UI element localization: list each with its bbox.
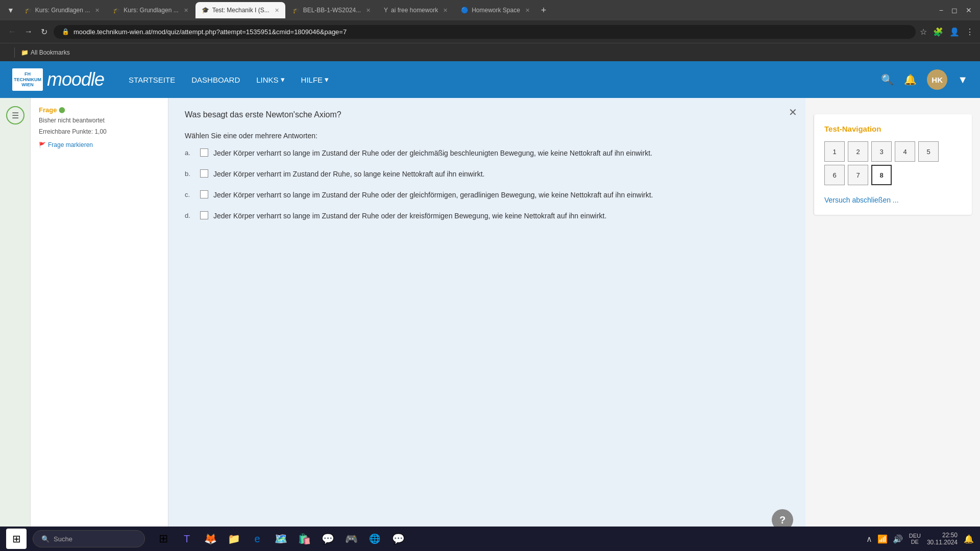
close-button[interactable]: ✕: [789, 106, 797, 118]
browser-tab-tab4[interactable]: 🎓BEL-BB-1-WS2024...✕: [286, 2, 377, 18]
bookmark-star-icon[interactable]: ☆: [920, 27, 927, 37]
search-icon[interactable]: 🔍: [881, 73, 894, 86]
browser-tab-tab3[interactable]: 🎓Test: Mechanik I (S...✕: [195, 2, 285, 18]
back-button[interactable]: ←: [6, 25, 18, 38]
tab-favicon: 🎓: [292, 7, 300, 14]
finish-attempt-link[interactable]: Versuch abschließen ...: [824, 196, 899, 204]
forward-button[interactable]: →: [22, 25, 35, 38]
answer-prompt: Wählen Sie eine oder mehrere Antworten:: [185, 132, 789, 140]
taskbar-app-files[interactable]: 📁: [224, 529, 244, 549]
all-bookmarks-button[interactable]: 📁 All Bookmarks: [21, 49, 70, 56]
answer-options-list: a. Jeder Körper verharrt so lange im Zus…: [185, 148, 789, 221]
tab-label: Kurs: Grundlagen ...: [124, 7, 178, 14]
tab-close-icon[interactable]: ✕: [184, 7, 188, 14]
user-menu-chevron-icon[interactable]: ▼: [958, 74, 968, 86]
test-nav-button-2[interactable]: 2: [848, 141, 868, 162]
taskbar-up-arrow-icon[interactable]: ∧: [866, 534, 872, 544]
tab-favicon: 🎓: [24, 7, 32, 14]
taskbar-app-maps[interactable]: 🗺️: [271, 529, 291, 549]
mark-question-link[interactable]: 🚩 Frage markieren: [39, 141, 160, 148]
answer-checkbox-4[interactable]: [200, 211, 208, 219]
taskbar-app-store[interactable]: 🛍️: [294, 529, 314, 549]
notification-bell-icon[interactable]: 🔔: [904, 73, 917, 86]
answer-option-2: b. Jeder Körper verharrt im Zustand der …: [185, 169, 789, 180]
test-nav-button-5[interactable]: 5: [918, 141, 939, 162]
restore-button[interactable]: ◻: [951, 6, 958, 14]
taskbar-network-icon[interactable]: 📶: [877, 534, 888, 544]
tab-close-icon[interactable]: ✕: [443, 7, 448, 14]
answer-letter: b.: [185, 170, 195, 178]
nav-chevron-icon: ▾: [325, 75, 329, 84]
bookmarks-divider: [14, 47, 15, 58]
test-nav-button-4[interactable]: 4: [895, 141, 915, 162]
tab-label: BEL-BB-1-WS2024...: [303, 7, 361, 14]
taskbar-search-bar[interactable]: 🔍 Suche: [33, 530, 145, 547]
answer-text: Jeder Körper verharrt so lange im Zustan…: [213, 211, 606, 221]
tab-favicon: 🎓: [113, 7, 120, 14]
taskbar-app-unknown[interactable]: 🎮: [341, 529, 361, 549]
test-nav-button-8[interactable]: 8: [871, 165, 892, 185]
taskbar-app-firefox[interactable]: 🦊: [200, 529, 220, 549]
close-button[interactable]: ✕: [966, 6, 972, 14]
moodle-nav-item-links[interactable]: LINKS ▾: [256, 75, 284, 84]
main-layout: ☰ Frage ⬤ Bisher nicht beantwortet Errei…: [0, 98, 980, 551]
answer-checkbox-2[interactable]: [200, 169, 208, 178]
taskbar-app-discord[interactable]: 💬: [388, 529, 408, 549]
moodle-nav: STARTSEITEDASHBOARDLINKS ▾HILFE ▾: [129, 75, 881, 84]
browser-tab-tab5[interactable]: Yai free homework✕: [378, 2, 454, 18]
address-bar[interactable]: 🔒 moodle.technikum-wien.at/mod/quiz/atte…: [54, 25, 916, 39]
tab-label: Homework Space: [472, 7, 520, 14]
moodle-nav-item-dashboard[interactable]: DASHBOARD: [191, 76, 240, 84]
answer-checkbox-1[interactable]: [200, 148, 208, 157]
window-controls: − ◻ ✕: [939, 6, 976, 14]
browser-tab-tab6[interactable]: 🔵Homework Space✕: [455, 2, 536, 18]
tab-close-icon[interactable]: ✕: [95, 7, 100, 14]
main-area: ✕ Was besagt das erste Newton'sche Axiom…: [168, 98, 980, 551]
answer-option-1: a. Jeder Körper verharrt so lange im Zus…: [185, 148, 789, 159]
moodle-logo: FH TECHNIKUM WIEN moodle: [12, 68, 104, 91]
nav-right-icons: ☆ 🧩 👤 ⋮: [920, 27, 974, 37]
test-nav-button-6[interactable]: 6: [824, 165, 845, 185]
taskbar-app-whatsapp[interactable]: 💬: [317, 529, 338, 549]
minimize-button[interactable]: −: [939, 6, 943, 14]
taskbar-clock[interactable]: 22:50 30.11.2024: [927, 532, 958, 546]
question-label: Frage ⬤: [39, 106, 160, 114]
tab-favicon: 🔵: [461, 7, 469, 14]
test-nav-grid: 12345678: [824, 141, 962, 185]
tab-dropdown[interactable]: ▼: [4, 4, 17, 16]
taskbar-right: ∧ 📶 🔊 DEUDE 22:50 30.11.2024 🔔: [866, 532, 974, 546]
taskbar: ⊞ 🔍 Suche ⊞ T 🦊 📁 e 🗺️ 🛍️ 💬 🎮 🌐 💬 ∧ 📶 🔊 …: [0, 527, 980, 551]
tab-label: ai free homework: [391, 7, 438, 14]
question-unanswered-status: Bisher nicht beantwortet: [39, 117, 160, 124]
profile-icon[interactable]: 👤: [949, 27, 960, 37]
extensions-icon[interactable]: 🧩: [933, 27, 943, 37]
test-nav-button-7[interactable]: 7: [848, 165, 868, 185]
taskbar-volume-icon[interactable]: 🔊: [893, 534, 903, 544]
avatar[interactable]: HK: [927, 69, 947, 90]
tab-close-icon[interactable]: ✕: [366, 7, 371, 14]
nav-bar: ← → ↻ 🔒 moodle.technikum-wien.at/mod/qui…: [0, 20, 980, 43]
tab-close-icon[interactable]: ✕: [525, 7, 530, 14]
fh-logo: FH TECHNIKUM WIEN: [12, 68, 43, 91]
reload-button[interactable]: ↻: [39, 25, 50, 39]
browser-tab-tab2[interactable]: 🎓Kurs: Grundlagen ...✕: [107, 2, 194, 18]
taskbar-app-teams[interactable]: T: [177, 529, 197, 549]
taskbar-notification-icon[interactable]: 🔔: [964, 534, 974, 544]
tab-label: Test: Mechanik I (S...: [212, 7, 270, 14]
new-tab-button[interactable]: +: [537, 5, 551, 16]
tab-close-icon[interactable]: ✕: [275, 7, 279, 14]
test-nav-button-3[interactable]: 3: [871, 141, 892, 162]
menu-icon[interactable]: ⋮: [966, 27, 974, 37]
sidebar-toggle-button[interactable]: ☰: [6, 106, 24, 124]
moodle-nav-item-startseite[interactable]: STARTSEITE: [129, 76, 175, 84]
question-points: Erreichbare Punkte: 1,00: [39, 128, 160, 135]
windows-start-button[interactable]: ⊞: [6, 529, 27, 549]
browser-tab-tab1[interactable]: 🎓Kurs: Grundlagen ...✕: [18, 2, 106, 18]
taskbar-app-widgets[interactable]: ⊞: [153, 529, 174, 549]
moodle-nav-item-hilfe[interactable]: HILFE ▾: [301, 75, 329, 84]
taskbar-app-chrome[interactable]: 🌐: [364, 529, 385, 549]
test-nav-button-1[interactable]: 1: [824, 141, 845, 162]
answer-checkbox-3[interactable]: [200, 190, 208, 198]
taskbar-app-edge[interactable]: e: [247, 529, 267, 549]
answer-option-4: d. Jeder Körper verharrt so lange im Zus…: [185, 211, 789, 221]
